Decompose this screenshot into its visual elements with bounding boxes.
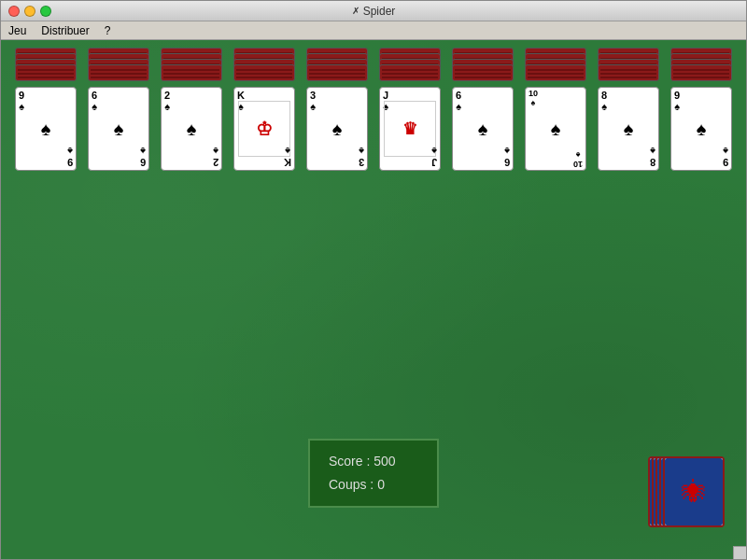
card-king-spades[interactable]: K♠ ♔ K♠ xyxy=(233,87,295,171)
columns-container: 9♠ ♠ 9♠ 6♠ ♠ 6♠ xyxy=(1,40,746,178)
coups-value: 0 xyxy=(377,477,385,492)
menu-distribuer[interactable]: Distribuer xyxy=(37,23,92,38)
card-2-spades[interactable]: 2♠ ♠ 2♠ xyxy=(161,87,222,171)
card-back xyxy=(15,64,77,81)
maximize-button[interactable] xyxy=(40,6,51,17)
card-back xyxy=(306,64,368,81)
coups-row: Coups : 0 xyxy=(329,473,418,497)
card-6-spades-2[interactable]: 6♠ ♠ 6♠ xyxy=(452,87,514,171)
card-back xyxy=(525,64,586,81)
card-column-4[interactable]: 3♠ ♠ 3♠ xyxy=(303,48,371,171)
deck-stack[interactable]: 🕷 🕷 🕷 🕷 xyxy=(648,456,727,531)
game-area: 9♠ ♠ 9♠ 6♠ ♠ 6♠ xyxy=(1,40,746,559)
card-10-spades[interactable]: 10♠ ♠ 10♠ xyxy=(525,87,586,171)
resize-handle[interactable] xyxy=(733,546,746,559)
card-deck[interactable]: 🕷 🕷 🕷 🕷 xyxy=(648,456,727,531)
card-column-3[interactable]: K♠ ♔ K♠ xyxy=(231,48,298,171)
score-row: Score : 500 xyxy=(329,450,418,473)
coups-label: Coups : xyxy=(329,477,374,492)
card-back xyxy=(233,64,295,81)
app-icon: ✗ xyxy=(352,6,359,16)
traffic-lights xyxy=(8,6,51,17)
card-back xyxy=(452,64,514,81)
minimize-button[interactable] xyxy=(24,6,35,17)
menu-bar: Jeu Distribuer ? xyxy=(1,21,746,40)
card-column-6[interactable]: 6♠ ♠ 6♠ xyxy=(449,48,516,171)
title-bar: ✗ Spider xyxy=(1,1,746,21)
card-column-5[interactable]: J♠ ♛ J♠ xyxy=(376,48,444,171)
score-panel: Score : 500 Coups : 0 xyxy=(308,439,439,508)
card-column-8[interactable]: 8♠ ♠ 8♠ xyxy=(595,48,662,171)
card-9-spades-2[interactable]: 9♠ ♠ 9♠ xyxy=(670,87,732,171)
menu-help[interactable]: ? xyxy=(101,23,115,38)
card-column-2[interactable]: 2♠ ♠ 2♠ xyxy=(158,48,225,171)
score-label: Score : xyxy=(329,454,370,469)
card-9-spades[interactable]: 9♠ ♠ 9♠ xyxy=(15,87,77,171)
card-column-0[interactable]: 9♠ ♠ 9♠ xyxy=(12,48,79,171)
card-6-spades[interactable]: 6♠ ♠ 6♠ xyxy=(88,87,149,171)
card-back xyxy=(670,64,732,81)
card-column-9[interactable]: 9♠ ♠ 9♠ xyxy=(668,48,735,171)
window-title: Spider xyxy=(363,5,396,18)
score-value: 500 xyxy=(374,454,395,469)
card-back xyxy=(88,64,149,81)
card-column-7[interactable]: 10♠ ♠ 10♠ xyxy=(522,48,589,171)
card-back xyxy=(598,64,659,81)
card-8-spades[interactable]: 8♠ ♠ 8♠ xyxy=(598,87,659,171)
card-back xyxy=(379,64,441,81)
card-3-spades[interactable]: 3♠ ♠ 3♠ xyxy=(306,87,368,171)
menu-jeu[interactable]: Jeu xyxy=(5,23,30,38)
title-text: ✗ Spider xyxy=(352,5,396,18)
card-back xyxy=(161,64,222,81)
close-button[interactable] xyxy=(8,6,20,17)
card-column-1[interactable]: 6♠ ♠ 6♠ xyxy=(85,48,152,171)
window: ✗ Spider Jeu Distribuer ? 9♠ ♠ xyxy=(0,0,747,560)
card-jack-spades[interactable]: J♠ ♛ J♠ xyxy=(379,87,441,171)
